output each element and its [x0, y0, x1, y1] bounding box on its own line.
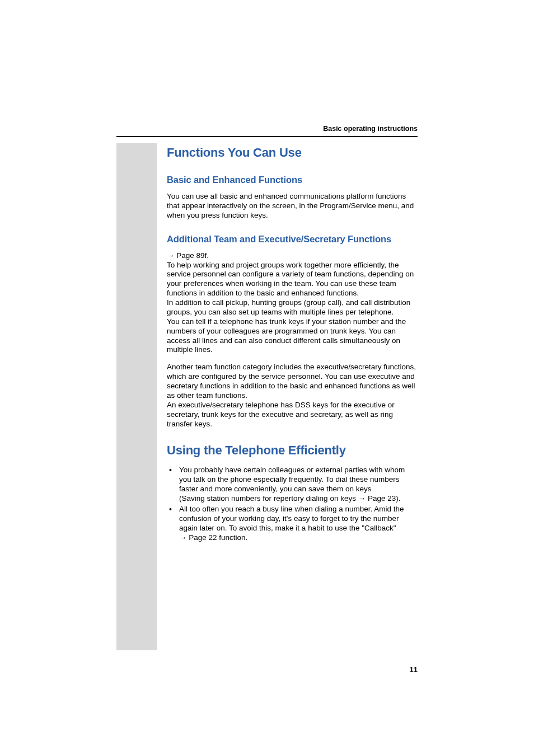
- list-text: ).: [396, 494, 400, 503]
- page-ref-text: Page 23: [368, 494, 396, 503]
- list-text: All too often you reach a busy line when…: [179, 505, 404, 532]
- header-rule: [116, 136, 418, 137]
- list-text: (Saving station numbers for repertory di…: [179, 494, 358, 503]
- page-ref-text: Page 22: [189, 533, 217, 542]
- arrow-icon: →: [358, 494, 366, 503]
- paragraph: To help working and project groups work …: [167, 261, 419, 299]
- page-reference: → Page 23: [358, 494, 396, 503]
- page-reference: → Page 89f.: [167, 251, 419, 261]
- page: Basic operating instructions Functions Y…: [0, 0, 534, 756]
- paragraph: You can use all basic and enhanced commu…: [167, 192, 419, 220]
- section-basic-enhanced: Basic and Enhanced Functions You can use…: [167, 175, 419, 220]
- arrow-icon: →: [179, 533, 187, 542]
- list-text: function.: [217, 533, 248, 542]
- subheading-basic-enhanced: Basic and Enhanced Functions: [167, 175, 419, 185]
- page-number: 11: [410, 665, 418, 674]
- running-head: Basic operating instructions: [116, 125, 418, 133]
- section-team-exec: Additional Team and Executive/Secretary …: [167, 234, 419, 429]
- subheading-team-exec: Additional Team and Executive/Secretary …: [167, 234, 419, 245]
- arrow-icon: →: [167, 251, 175, 260]
- bulleted-list: You probably have certain colleagues or …: [167, 466, 419, 542]
- list-item: You probably have certain colleagues or …: [167, 466, 419, 504]
- paragraph: An executive/secretary telephone has DSS…: [167, 401, 419, 429]
- list-item: All too often you reach a busy line when…: [167, 505, 419, 543]
- paragraph: You can tell if a telephone has trunk ke…: [167, 317, 419, 355]
- heading-functions-you-can-use: Functions You Can Use: [167, 145, 419, 160]
- left-sidebar-shade: [116, 143, 157, 650]
- page-header: Basic operating instructions: [116, 125, 418, 137]
- paragraph: Another team function category includes …: [167, 363, 419, 401]
- list-text: You probably have certain colleagues or …: [179, 466, 405, 493]
- content-column: Functions You Can Use Basic and Enhanced…: [167, 145, 419, 543]
- page-ref-text: Page 89f.: [176, 251, 209, 260]
- paragraph: In addition to call pickup, hunting grou…: [167, 298, 419, 317]
- page-reference: → Page 22: [179, 533, 217, 542]
- heading-using-telephone-efficiently: Using the Telephone Efficiently: [167, 443, 419, 458]
